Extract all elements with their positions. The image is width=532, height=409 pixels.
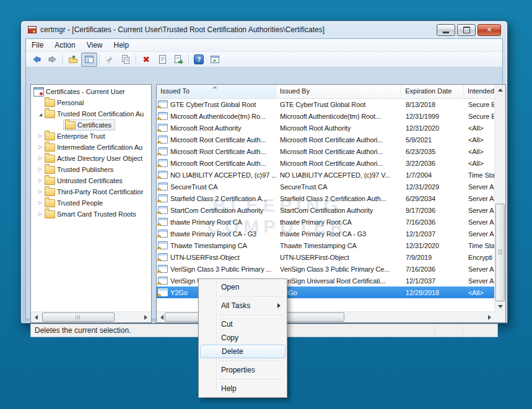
expand-icon[interactable]: ▷ bbox=[36, 212, 45, 217]
expand-icon[interactable]: ▷ bbox=[36, 156, 45, 161]
table-row[interactable]: thawte Primary Root CA thawte Primary Ro… bbox=[157, 216, 495, 228]
context-menu-help[interactable]: Help bbox=[199, 382, 287, 395]
certificate-icon bbox=[158, 218, 168, 226]
context-menu-copy[interactable]: Copy bbox=[199, 331, 287, 345]
tree-item-intermediate[interactable]: ▷ Intermediate Certification Au bbox=[31, 142, 151, 153]
column-header-expiration-date[interactable]: Expiration Date bbox=[401, 85, 464, 98]
forward-button[interactable] bbox=[45, 53, 61, 67]
copy-button[interactable] bbox=[118, 53, 134, 67]
expand-icon[interactable]: ▷ bbox=[36, 178, 45, 183]
table-row[interactable]: Microsoft Root Certificate Auth... Micro… bbox=[157, 157, 495, 169]
status-text: Deletes the current selection. bbox=[35, 326, 131, 335]
folder-icon bbox=[45, 166, 55, 174]
scroll-down-icon bbox=[498, 305, 503, 308]
tree-item-enterprise-trust[interactable]: ▷ Enterprise Trust bbox=[31, 131, 151, 142]
cut-button[interactable]: ✂ bbox=[102, 53, 118, 67]
tree-item-active-directory[interactable]: ▷ Active Directory User Object bbox=[31, 153, 151, 164]
table-row[interactable]: SecureTrust CA SecureTrust CA 12/31/2029… bbox=[157, 181, 495, 192]
expand-icon[interactable]: ▷ bbox=[36, 200, 45, 205]
expand-collapse-icon[interactable] bbox=[36, 110, 45, 118]
up-one-level-button[interactable] bbox=[65, 53, 81, 67]
tree-item-untrusted[interactable]: ▷ Untrusted Certificates bbox=[31, 175, 151, 186]
folder-icon bbox=[45, 199, 55, 207]
title-bar[interactable]: certmgr - [Certificates - Current User\T… bbox=[21, 21, 507, 38]
maximize-button[interactable] bbox=[457, 24, 476, 36]
certificate-icon bbox=[158, 136, 168, 144]
sort-ascending-icon bbox=[212, 86, 217, 88]
tree-item-smart-card[interactable]: ▷ Smart Card Trusted Roots bbox=[31, 209, 151, 220]
column-header-issued-to[interactable]: Issued To bbox=[157, 85, 276, 98]
list-vertical-scrollbar[interactable] bbox=[494, 85, 505, 312]
certmgr-app-icon bbox=[27, 25, 37, 35]
table-row[interactable]: GTE CyberTrust Global Root GTE CyberTrus… bbox=[157, 98, 495, 110]
certificate-icon bbox=[158, 159, 168, 167]
scroll-down-button[interactable] bbox=[495, 301, 505, 312]
scroll-left-icon bbox=[35, 315, 38, 320]
show-console-tree-button[interactable] bbox=[81, 53, 97, 67]
table-row[interactable]: Microsoft Root Certificate Auth... Micro… bbox=[157, 145, 495, 157]
back-button[interactable] bbox=[28, 53, 45, 67]
context-menu: Open All Tasks Cut Copy Delete Propertie… bbox=[198, 278, 287, 398]
context-menu-properties[interactable]: Properties bbox=[199, 363, 287, 377]
scroll-right-icon bbox=[488, 315, 491, 320]
expand-icon[interactable]: ▷ bbox=[36, 167, 45, 172]
table-row[interactable]: Microsoft Authenticode(tm) Ro... Microso… bbox=[157, 110, 495, 122]
scrollbar-thumb[interactable] bbox=[42, 312, 115, 322]
tree-item-third-party[interactable]: ▷ Third-Party Root Certificatior bbox=[31, 186, 151, 197]
status-separator bbox=[435, 326, 435, 335]
certificate-icon bbox=[158, 112, 168, 120]
properties-button[interactable] bbox=[154, 53, 170, 67]
context-menu-cut[interactable]: Cut bbox=[199, 317, 287, 331]
help-button[interactable]: ? bbox=[191, 53, 207, 67]
table-row[interactable]: UTN-USERFirst-Object UTN-USERFirst-Objec… bbox=[157, 251, 495, 263]
folder-icon bbox=[45, 210, 55, 218]
export-list-icon bbox=[173, 54, 183, 64]
table-row[interactable]: VeriSign Class 3 Public Primary ... Veri… bbox=[157, 263, 495, 275]
context-menu-delete[interactable]: Delete bbox=[200, 345, 286, 358]
context-menu-open[interactable]: Open bbox=[199, 280, 287, 294]
new-window-button[interactable] bbox=[207, 53, 223, 67]
certificate-icon bbox=[158, 288, 168, 296]
scroll-right-button[interactable] bbox=[484, 312, 495, 322]
tree-item-trusted-root[interactable]: Trusted Root Certification Au bbox=[31, 108, 151, 119]
table-row[interactable]: StartCom Certification Authority StartCo… bbox=[157, 204, 495, 216]
delete-button[interactable]: ✖ bbox=[138, 53, 154, 67]
context-menu-all-tasks[interactable]: All Tasks bbox=[199, 299, 287, 312]
certificate-icon bbox=[158, 230, 168, 238]
toolbar-separator bbox=[99, 54, 100, 65]
certificate-icon bbox=[158, 147, 168, 155]
tree-item-trusted-people[interactable]: ▷ Trusted People bbox=[31, 197, 151, 209]
table-row[interactable]: Thawte Timestamping CA Thawte Timestampi… bbox=[157, 239, 495, 251]
column-header-issued-by[interactable]: Issued By bbox=[276, 85, 402, 98]
table-row[interactable]: thawte Primary Root CA - G3 thawte Prima… bbox=[157, 228, 495, 239]
expand-icon[interactable]: ▷ bbox=[36, 134, 45, 139]
context-menu-separator bbox=[199, 312, 287, 317]
table-row[interactable]: Microsoft Root Certificate Auth... Micro… bbox=[157, 134, 495, 145]
tree-item-certificates-current-user[interactable]: Certificates - Current User bbox=[31, 86, 151, 97]
menu-help[interactable]: Help bbox=[108, 39, 135, 51]
table-row[interactable]: NO LIABILITY ACCEPTED, (c)97 ... NO LIAB… bbox=[157, 169, 495, 181]
scroll-up-button[interactable] bbox=[495, 85, 505, 95]
scroll-right-button[interactable] bbox=[141, 312, 151, 322]
expand-icon[interactable]: ▷ bbox=[36, 189, 45, 194]
column-header-intended-purposes[interactable]: Intended bbox=[464, 85, 495, 98]
thumb-grip bbox=[498, 250, 502, 256]
table-row[interactable]: Starfield Class 2 Certification A... Sta… bbox=[157, 192, 495, 204]
scroll-left-button[interactable] bbox=[31, 312, 41, 322]
menu-file[interactable]: File bbox=[26, 39, 49, 51]
menu-bar: File Action View Help bbox=[26, 39, 502, 52]
tree-horizontal-scrollbar[interactable] bbox=[31, 311, 151, 322]
certificate-icon bbox=[158, 194, 168, 202]
tree-item-certificates[interactable]: Certificates bbox=[31, 119, 151, 131]
close-button[interactable]: ✕ bbox=[477, 24, 501, 36]
export-list-button[interactable] bbox=[170, 53, 186, 67]
tree-item-personal[interactable]: Personal bbox=[31, 97, 151, 108]
minimize-button[interactable] bbox=[437, 24, 455, 36]
expand-icon[interactable]: ▷ bbox=[36, 145, 45, 150]
table-row[interactable]: Microsoft Root Authority Microsoft Root … bbox=[157, 122, 495, 134]
menu-view[interactable]: View bbox=[81, 39, 108, 51]
up-one-level-icon bbox=[68, 54, 78, 64]
menu-action[interactable]: Action bbox=[49, 39, 81, 51]
scrollbar-thumb[interactable] bbox=[495, 204, 505, 301]
tree-item-trusted-publishers[interactable]: ▷ Trusted Publishers bbox=[31, 164, 151, 175]
